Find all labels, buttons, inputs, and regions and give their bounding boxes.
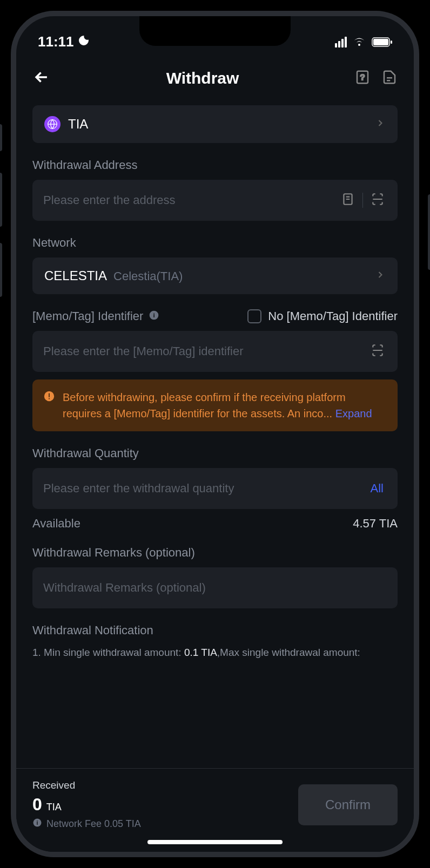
no-memo-checkbox-group[interactable]: No [Memo/Tag] Identifier <box>247 309 398 323</box>
signal-icon <box>335 37 347 48</box>
wifi-icon <box>352 37 366 48</box>
notification-title: Withdrawal Notification <box>32 623 398 638</box>
notification-section: Withdrawal Notification 1. Min single wi… <box>32 623 398 661</box>
no-memo-label: No [Memo/Tag] Identifier <box>268 309 398 323</box>
status-time: 11:11 <box>38 33 74 50</box>
address-section: Withdrawal Address <box>32 158 398 221</box>
coin-selector[interactable]: TIA <box>32 105 398 143</box>
back-arrow-icon[interactable] <box>32 68 51 89</box>
remarks-label: Withdrawal Remarks (optional) <box>32 546 398 560</box>
notification-line1: 1. Min single withdrawal amount: 0.1 TIA… <box>32 645 398 661</box>
svg-rect-10 <box>49 394 50 397</box>
quantity-input[interactable] <box>43 482 362 496</box>
chevron-right-icon <box>375 269 386 282</box>
confirm-button[interactable]: Confirm <box>298 784 398 825</box>
available-label: Available <box>32 517 80 531</box>
moon-icon <box>77 34 90 50</box>
all-button[interactable]: All <box>367 482 387 496</box>
info-icon: i <box>32 818 42 830</box>
svg-text:i: i <box>37 819 38 826</box>
svg-rect-1 <box>373 39 388 45</box>
svg-rect-11 <box>49 398 50 399</box>
info-icon[interactable]: i <box>149 310 159 323</box>
quantity-section: Withdrawal Quantity All Available 4.57 T… <box>32 446 398 531</box>
network-fee: Network Fee 0.05 TIA <box>46 818 141 830</box>
remarks-input[interactable] <box>43 581 387 595</box>
page-title: Withdraw <box>166 69 239 87</box>
document-icon[interactable] <box>381 69 398 87</box>
network-code: CELESTIA <box>44 268 107 283</box>
memo-input[interactable] <box>43 344 363 358</box>
svg-text:i: i <box>153 311 155 318</box>
network-selector[interactable]: CELESTIA Celestia(TIA) <box>32 257 398 294</box>
network-label: Network <box>32 236 398 250</box>
header: Withdraw ? <box>16 57 414 100</box>
address-label: Withdrawal Address <box>32 158 398 172</box>
warning-icon <box>43 390 55 422</box>
address-book-icon[interactable] <box>339 192 357 208</box>
received-value: 0 <box>32 795 42 815</box>
svg-rect-2 <box>391 40 392 44</box>
battery-icon <box>372 37 392 47</box>
memo-section: [Memo/Tag] Identifier i No [Memo/Tag] Id… <box>32 309 398 431</box>
no-memo-checkbox[interactable] <box>247 309 261 323</box>
network-section: Network CELESTIA Celestia(TIA) <box>32 236 398 294</box>
coin-icon <box>44 116 61 132</box>
received-label: Received <box>32 779 141 791</box>
network-name: Celestia(TIA) <box>113 269 183 283</box>
help-icon[interactable]: ? <box>354 69 371 87</box>
memo-label: [Memo/Tag] Identifier <box>32 309 143 323</box>
remarks-section: Withdrawal Remarks (optional) <box>32 546 398 608</box>
bottom-bar: Received 0 TIA i Network Fee 0.05 TIA Co… <box>16 768 414 852</box>
home-indicator[interactable] <box>147 840 283 844</box>
qr-scan-icon[interactable] <box>368 343 387 360</box>
address-input[interactable] <box>43 193 333 207</box>
warning-text: Before withdrawing, please confirm if th… <box>63 391 346 419</box>
received-coin: TIA <box>46 802 62 813</box>
available-value: 4.57 TIA <box>353 517 398 531</box>
expand-link[interactable]: Expand <box>335 408 372 419</box>
chevron-right-icon <box>375 118 386 131</box>
coin-name: TIA <box>68 117 88 132</box>
svg-text:?: ? <box>360 72 365 82</box>
memo-warning: Before withdrawing, please confirm if th… <box>32 379 398 431</box>
qr-scan-icon[interactable] <box>368 192 387 208</box>
quantity-label: Withdrawal Quantity <box>32 446 398 460</box>
